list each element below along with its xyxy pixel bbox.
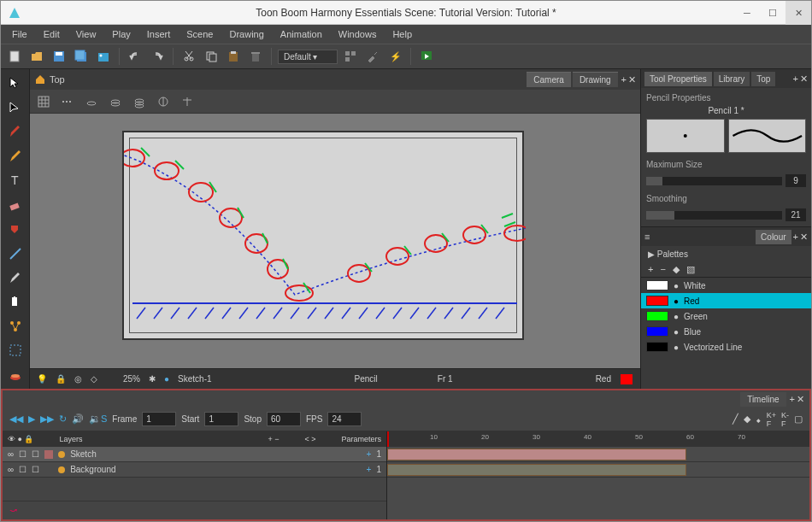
first-frame-icon[interactable]: ◀◀ (9, 413, 23, 425)
kf-remove-icon[interactable]: K-F (781, 411, 789, 428)
new-file-icon[interactable] (5, 47, 24, 66)
stop-input[interactable] (267, 412, 301, 426)
redo-icon[interactable] (148, 47, 167, 66)
marker-icon[interactable]: ▢ (794, 413, 803, 425)
undo-icon[interactable] (126, 47, 144, 66)
fps-input[interactable] (327, 412, 362, 426)
menu-scene[interactable]: Scene (179, 26, 220, 42)
close-timeline-tab-icon[interactable]: ✕ (797, 394, 804, 405)
add-tab-icon[interactable]: + (621, 74, 627, 85)
play-icon[interactable]: ▶ (28, 413, 35, 425)
visibility-icon[interactable]: ◇ (91, 374, 97, 384)
render-icon[interactable] (417, 47, 436, 66)
rectangle-tool-icon[interactable] (4, 340, 26, 361)
workspace-icon[interactable] (341, 47, 360, 66)
tab-tool-properties[interactable]: Tool Properties (644, 72, 712, 86)
add-colour-tab-icon[interactable]: + (793, 232, 798, 243)
lock-icon[interactable]: 🔒 (56, 374, 66, 384)
sound-icon[interactable]: 🔊 (72, 413, 84, 425)
playhead[interactable] (387, 431, 389, 447)
onion-icon[interactable] (58, 92, 77, 111)
canvas-viewport[interactable] (30, 114, 640, 368)
track-background[interactable] (387, 462, 809, 478)
active-colour-swatch[interactable] (620, 373, 633, 385)
target-icon[interactable]: ◎ (74, 374, 82, 384)
track-sketch[interactable] (387, 447, 809, 462)
node-tool-icon[interactable] (4, 316, 26, 337)
import-icon[interactable] (94, 47, 113, 66)
hamburger-icon[interactable]: ≡ (644, 232, 650, 242)
line-tool-icon[interactable] (4, 243, 26, 263)
timeline-ruler[interactable]: 10 20 30 40 50 60 70 (387, 431, 809, 447)
close-panel-icon[interactable]: ✕ (800, 73, 808, 85)
tab-top[interactable]: Top (751, 72, 775, 86)
max-size-slider[interactable] (646, 177, 782, 185)
grid-icon[interactable] (34, 92, 53, 111)
menu-play[interactable]: Play (105, 26, 137, 42)
brush-stroke-preview[interactable] (728, 119, 807, 153)
close-button[interactable]: ✕ (786, 1, 811, 25)
paint-tool-icon[interactable] (4, 219, 26, 239)
text-tool-icon[interactable]: T (4, 170, 26, 191)
gear-icon[interactable]: ✱ (149, 374, 156, 384)
script-icon[interactable]: ⚡ (385, 47, 404, 66)
maximize-button[interactable]: ☐ (760, 1, 786, 25)
start-input[interactable] (204, 412, 238, 426)
menu-edit[interactable]: Edit (37, 26, 67, 42)
zoom-level[interactable]: 25% (123, 374, 140, 384)
menu-drawing[interactable]: Drawing (222, 26, 270, 42)
loop-icon[interactable]: ↻ (59, 413, 67, 425)
peg3-icon[interactable] (130, 92, 149, 111)
colour-item-green[interactable]: ●Green (641, 308, 811, 324)
open-file-icon[interactable] (27, 47, 46, 66)
minimize-button[interactable]: ─ (734, 1, 760, 25)
tab-colour[interactable]: Colour (756, 230, 791, 244)
balance-icon[interactable] (178, 92, 197, 111)
eraser-tool-icon[interactable] (4, 194, 26, 214)
tracks-panel[interactable]: 10 20 30 40 50 60 70 (387, 431, 809, 519)
layer-row-background[interactable]: ∞☐☐ Background + 1 (3, 462, 386, 478)
home-icon[interactable] (34, 73, 46, 85)
last-frame-icon[interactable]: ▶▶ (40, 413, 54, 425)
transform-tool-icon[interactable] (4, 97, 26, 117)
close-colour-tab-icon[interactable]: ✕ (800, 232, 808, 243)
palettes-expand[interactable]: ▶ Palettes (641, 246, 811, 262)
max-size-value[interactable]: 9 (786, 174, 806, 187)
select-tool-icon[interactable] (4, 73, 26, 93)
add-timeline-tab-icon[interactable]: + (790, 394, 795, 405)
tab-library[interactable]: Library (714, 72, 750, 86)
dropper-tool-icon[interactable] (4, 267, 26, 288)
kf-mode-icon[interactable]: ╱ (733, 413, 738, 425)
copy-icon[interactable] (202, 47, 221, 66)
menu-view[interactable]: View (69, 26, 103, 42)
kf-icon-2[interactable]: ⬥ (756, 414, 762, 425)
peg2-icon[interactable] (106, 92, 125, 111)
tool-icon[interactable] (363, 47, 382, 66)
scrub-icon[interactable]: 🔉S (89, 413, 107, 425)
colour-item-blue[interactable]: ●Blue (641, 324, 811, 339)
pencil-tool-icon[interactable] (4, 145, 26, 166)
close-tab-icon[interactable]: ✕ (628, 74, 636, 85)
clone-colour-icon[interactable]: ◆ (673, 264, 680, 275)
hand-tool-icon[interactable] (4, 291, 26, 312)
tab-drawing[interactable]: Drawing (573, 72, 618, 87)
smoothing-value[interactable]: 21 (786, 208, 806, 221)
layer-row-sketch[interactable]: ∞☐☐ Sketch + 1 (3, 447, 386, 462)
workspace-dropdown[interactable]: Default ▾ (278, 50, 338, 64)
morph-tool-icon[interactable] (4, 365, 26, 385)
menu-help[interactable]: Help (385, 26, 419, 42)
tab-timeline[interactable]: Timeline (740, 392, 786, 407)
brush-tip-preview[interactable] (646, 119, 725, 153)
add-panel-icon[interactable]: + (793, 73, 798, 85)
menu-animation[interactable]: Animation (274, 26, 329, 42)
colour-item-vectorized[interactable]: ●Vectorized Line (641, 339, 811, 355)
tab-camera[interactable]: Camera (527, 72, 571, 87)
save-icon[interactable] (50, 47, 68, 66)
shift-icon[interactable] (154, 92, 173, 111)
menu-insert[interactable]: Insert (140, 26, 178, 42)
brush-tool-icon[interactable] (4, 121, 26, 142)
kf-add-icon[interactable]: K+F (767, 411, 776, 428)
cut-icon[interactable] (179, 47, 198, 66)
frame-input[interactable] (142, 412, 176, 426)
paste-icon[interactable] (224, 47, 243, 66)
